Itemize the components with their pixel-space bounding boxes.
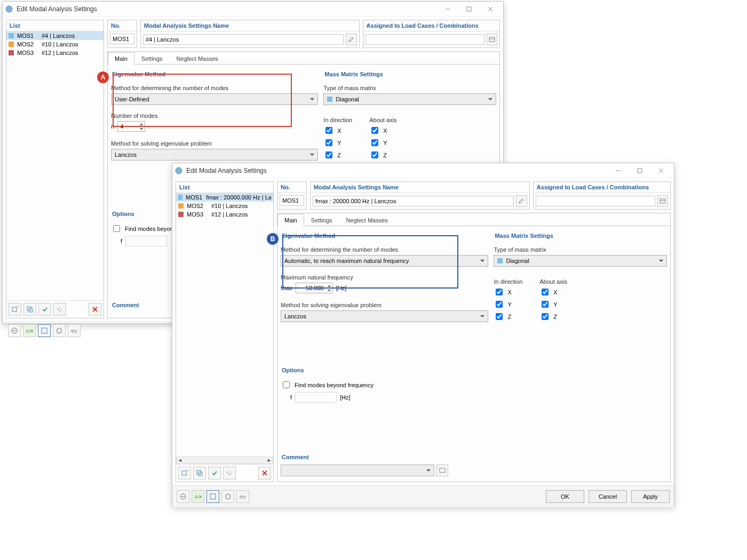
tab-settings[interactable]: Settings — [134, 52, 170, 65]
axis-y-checkbox[interactable] — [542, 301, 549, 308]
f-input — [296, 393, 330, 402]
axis-x-checkbox[interactable] — [371, 127, 378, 134]
check-all-button[interactable] — [223, 467, 236, 479]
check-all-button[interactable] — [53, 303, 66, 316]
swatch-icon — [9, 42, 14, 47]
swatch-icon — [178, 203, 184, 209]
delete-button[interactable] — [258, 467, 271, 479]
list-item[interactable]: MOS3#12 | Lanczos — [176, 210, 273, 219]
dir-x-checkbox[interactable] — [496, 289, 503, 295]
svg-rect-19 — [638, 169, 642, 173]
assigned-header: Assigned to Load Cases / Combinations — [363, 20, 499, 31]
units-button[interactable]: 0,00 — [192, 490, 204, 503]
list-item[interactable]: MOS2#10 | Lanczos — [6, 40, 104, 49]
cancel-button[interactable]: Cancel — [589, 490, 627, 503]
solver-label: Method for solving eigenvalue problem — [281, 302, 488, 308]
find-modes-label: Find modes beyond — [125, 226, 177, 232]
no-field[interactable] — [280, 195, 304, 206]
mass-header: Mass Matrix Settings — [323, 69, 496, 82]
help-button[interactable] — [8, 324, 21, 337]
list-body: MOS1fmax : 20000.000 Hz | Lanczos MOS2#1… — [176, 193, 273, 457]
check-one-button[interactable] — [208, 467, 221, 479]
axis-x-checkbox[interactable] — [542, 289, 549, 295]
solver-select[interactable]: Lanczos — [281, 310, 488, 322]
delete-button[interactable] — [89, 303, 101, 316]
maximize-button[interactable] — [458, 2, 480, 16]
app-icon — [5, 5, 13, 13]
axis-z-checkbox[interactable] — [371, 151, 378, 158]
axis-y-checkbox[interactable] — [371, 139, 378, 146]
edit-name-button[interactable] — [516, 195, 527, 207]
svg-text:0,00: 0,00 — [26, 329, 33, 333]
tab-neglect[interactable]: Neglect Masses — [339, 214, 395, 226]
solver-select[interactable]: Lanczos — [111, 149, 318, 161]
ok-button[interactable]: OK — [546, 490, 584, 503]
assigned-panel: Assigned to Load Cases / Combinations — [533, 181, 671, 210]
find-modes-label: Find modes beyond frequency — [295, 382, 374, 388]
no-header: No. — [277, 182, 306, 193]
view-button[interactable] — [206, 490, 219, 503]
comment-field[interactable] — [281, 465, 434, 476]
new-button[interactable] — [178, 467, 191, 479]
tab-neglect[interactable]: Neglect Masses — [170, 52, 225, 65]
titlebar-a: Edit Modal Analysis Settings — [3, 2, 503, 17]
close-button[interactable] — [650, 164, 672, 178]
tab-main[interactable]: Main — [277, 214, 304, 226]
highlight-a — [113, 74, 292, 127]
assigned-field[interactable] — [536, 196, 655, 206]
list-scrollbar[interactable]: ◄► — [176, 457, 273, 464]
assigned-panel: Assigned to Load Cases / Combinations — [363, 20, 500, 48]
name-field[interactable] — [313, 196, 514, 206]
fx-button[interactable]: f(x) — [236, 490, 249, 503]
axis-z-checkbox[interactable] — [542, 313, 549, 320]
model-button[interactable] — [53, 324, 66, 337]
find-modes-checkbox[interactable] — [113, 225, 120, 232]
view-button[interactable] — [38, 324, 51, 337]
copy-button[interactable] — [23, 303, 36, 316]
fx-button[interactable]: f(x) — [68, 324, 81, 337]
dir-y-checkbox[interactable] — [496, 301, 503, 308]
list-item[interactable]: MOS1#4 | Lanczos — [6, 31, 104, 40]
svg-rect-29 — [440, 468, 445, 473]
list-item[interactable]: MOS1fmax : 20000.000 Hz | Lanczos — [176, 193, 273, 202]
dialog-b: Edit Modal Analysis Settings List MOS1fm… — [172, 163, 674, 507]
list-item[interactable]: MOS3#12 | Lanczos — [6, 49, 104, 57]
dir-y-checkbox[interactable] — [325, 139, 332, 146]
copy-button[interactable] — [193, 467, 206, 479]
comment-pick-button[interactable] — [436, 465, 448, 476]
assigned-field[interactable] — [365, 34, 484, 45]
new-button[interactable] — [9, 303, 21, 316]
mass-type-label: Type of mass matrix — [494, 246, 667, 253]
list-item[interactable]: MOS2#10 | Lanczos — [176, 202, 273, 210]
apply-button[interactable]: Apply — [631, 490, 670, 503]
units-button[interactable]: 0,00 — [23, 324, 36, 337]
assigned-pick-button[interactable] — [657, 195, 668, 207]
dir-z-checkbox[interactable] — [325, 151, 332, 158]
no-field[interactable] — [110, 34, 134, 44]
mass-type-select[interactable]: Diagonal — [323, 93, 496, 105]
dir-z-checkbox[interactable] — [496, 313, 503, 320]
titlebar-b: Edit Modal Analysis Settings — [172, 163, 674, 178]
minimize-button[interactable] — [437, 2, 458, 16]
no-panel: No. — [107, 20, 137, 48]
check-one-button[interactable] — [38, 303, 51, 316]
spin-down[interactable] — [326, 288, 332, 293]
model-button[interactable] — [221, 490, 234, 503]
find-modes-checkbox[interactable] — [283, 381, 290, 388]
mass-type-select[interactable]: Diagonal — [494, 255, 667, 267]
edit-name-button[interactable] — [346, 34, 357, 45]
dir-x-checkbox[interactable] — [325, 127, 332, 134]
spin-down[interactable] — [138, 126, 145, 131]
swatch-icon — [178, 195, 182, 200]
tab-main[interactable]: Main — [108, 52, 134, 65]
tab-settings[interactable]: Settings — [304, 214, 339, 226]
mass-header: Mass Matrix Settings — [494, 230, 667, 243]
swatch-icon — [497, 258, 503, 263]
minimize-button[interactable] — [608, 164, 629, 178]
name-field[interactable] — [143, 34, 344, 45]
maximize-button[interactable] — [629, 164, 650, 178]
swatch-icon — [327, 97, 332, 102]
help-button[interactable] — [177, 490, 189, 503]
assigned-pick-button[interactable] — [487, 34, 497, 45]
close-button[interactable] — [480, 2, 501, 16]
